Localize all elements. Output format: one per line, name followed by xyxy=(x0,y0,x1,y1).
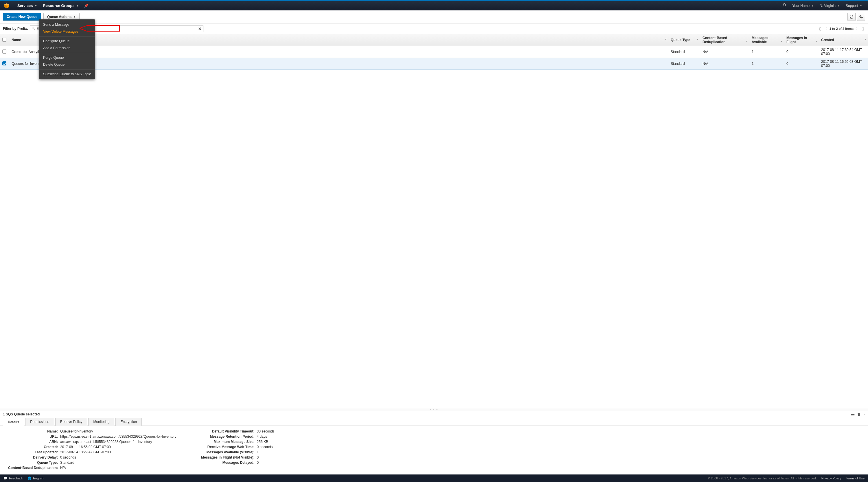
sort-icon: ▾ xyxy=(816,40,817,43)
select-all-header[interactable] xyxy=(0,34,9,46)
cell-created: 2017-08-11 17:30:54 GMT-07:00 xyxy=(819,46,868,58)
cell-dedup: N/A xyxy=(700,58,749,70)
caret-down-icon: ▼ xyxy=(76,4,79,7)
services-menu[interactable]: Services ▼ xyxy=(14,1,40,10)
cell-msg-flight: 0 xyxy=(784,58,819,70)
caret-down-icon: ▼ xyxy=(860,4,862,7)
menu-add-permission[interactable]: Add a Permission xyxy=(39,44,95,52)
clear-filter-icon[interactable]: ✕ xyxy=(198,26,202,31)
cell-queue-type: Standard xyxy=(669,46,700,58)
menu-delete-queue[interactable]: Delete Queue xyxy=(39,61,95,68)
queues-table: Name▾ Queue Type▾ Content-Based Deduplic… xyxy=(0,34,868,70)
notifications-bell-icon[interactable] xyxy=(779,3,789,8)
page-info: 1 to 2 of 2 items xyxy=(830,27,854,30)
queue-actions-label: Queue Actions xyxy=(47,15,71,19)
caret-down-icon: ▼ xyxy=(73,16,76,18)
top-navbar: Services ▼ Resource Groups ▼ 📌 Your Name… xyxy=(0,0,868,10)
services-label: Services xyxy=(18,3,33,8)
page-first-icon[interactable]: ⟪ xyxy=(818,27,822,31)
resource-groups-menu[interactable]: Resource Groups ▼ xyxy=(40,1,82,10)
cell-created: 2017-08-11 16:56:03 GMT-07:00 xyxy=(819,58,868,70)
cell-msg-avail: 1 xyxy=(749,58,784,70)
support-menu[interactable]: Support ▼ xyxy=(843,1,865,10)
row-checkbox[interactable] xyxy=(2,61,6,65)
cell-name: Queues-for-Inventory xyxy=(9,58,669,70)
table-row[interactable]: Queues-for-Inventory Standard N/A 1 0 20… xyxy=(0,58,868,70)
row-checkbox[interactable] xyxy=(2,50,6,54)
col-created[interactable]: Created▾ xyxy=(819,34,868,46)
sort-icon: ▾ xyxy=(665,38,666,41)
menu-send-message[interactable]: Send a Message xyxy=(39,21,95,28)
create-queue-button[interactable]: Create New Queue xyxy=(3,13,41,21)
cell-msg-flight: 0 xyxy=(784,46,819,58)
sort-icon: ▾ xyxy=(865,38,866,41)
pagination: ⟪ 〈 1 to 2 of 2 items 〉 ⟫ xyxy=(818,26,865,31)
col-name[interactable]: Name▾ xyxy=(9,34,669,46)
resource-groups-label: Resource Groups xyxy=(43,3,74,8)
queue-actions-dropdown: Send a Message View/Delete Messages Conf… xyxy=(39,20,95,70)
menu-configure-queue[interactable]: Configure Queue xyxy=(39,38,95,44)
settings-button[interactable] xyxy=(857,13,865,21)
cell-name: Orders-for-Analytics xyxy=(9,46,669,58)
cell-queue-type: Standard xyxy=(669,58,700,70)
menu-purge-queue[interactable]: Purge Queue xyxy=(39,54,95,61)
svg-line-4 xyxy=(34,29,35,30)
col-dedup[interactable]: Content-Based Deduplication▾ xyxy=(700,34,749,46)
sort-icon: ▾ xyxy=(746,40,748,43)
pin-icon[interactable]: 📌 xyxy=(82,3,91,8)
caret-down-icon: ▼ xyxy=(811,4,814,7)
table-row[interactable]: Orders-for-Analytics Standard N/A 1 0 20… xyxy=(0,46,868,58)
filter-bar: Filter by Prefix: ✕ ⟪ 〈 1 to 2 of 2 item… xyxy=(0,24,868,34)
account-label: Your Name xyxy=(792,4,810,8)
caret-down-icon: ▼ xyxy=(837,4,840,7)
account-menu[interactable]: Your Name ▼ xyxy=(789,1,817,10)
region-label: N. Virginia xyxy=(820,4,836,8)
action-toolbar: Create New Queue Queue Actions ▼ xyxy=(0,10,868,24)
col-msg-flight[interactable]: Messages in Flight▾ xyxy=(784,34,819,46)
col-msg-avail[interactable]: Messages Available▾ xyxy=(749,34,784,46)
svg-point-3 xyxy=(32,27,34,29)
page-prev-icon[interactable]: 〈 xyxy=(823,26,828,31)
sort-icon: ▾ xyxy=(697,38,699,41)
support-label: Support xyxy=(846,4,858,8)
region-menu[interactable]: N. Virginia ▼ xyxy=(817,1,843,10)
caret-down-icon: ▼ xyxy=(35,4,37,7)
cell-msg-avail: 1 xyxy=(749,46,784,58)
refresh-button[interactable] xyxy=(847,13,856,21)
filter-label: Filter by Prefix: xyxy=(3,27,28,31)
search-icon xyxy=(32,27,35,31)
page-last-icon[interactable]: ⟫ xyxy=(861,27,865,31)
cell-dedup: N/A xyxy=(700,46,749,58)
aws-logo-icon[interactable] xyxy=(3,2,10,9)
page-next-icon[interactable]: 〉 xyxy=(855,26,860,31)
col-queue-type[interactable]: Queue Type▾ xyxy=(669,34,700,46)
sort-icon: ▾ xyxy=(781,40,782,43)
menu-view-delete-messages[interactable]: View/Delete Messages xyxy=(39,28,95,35)
